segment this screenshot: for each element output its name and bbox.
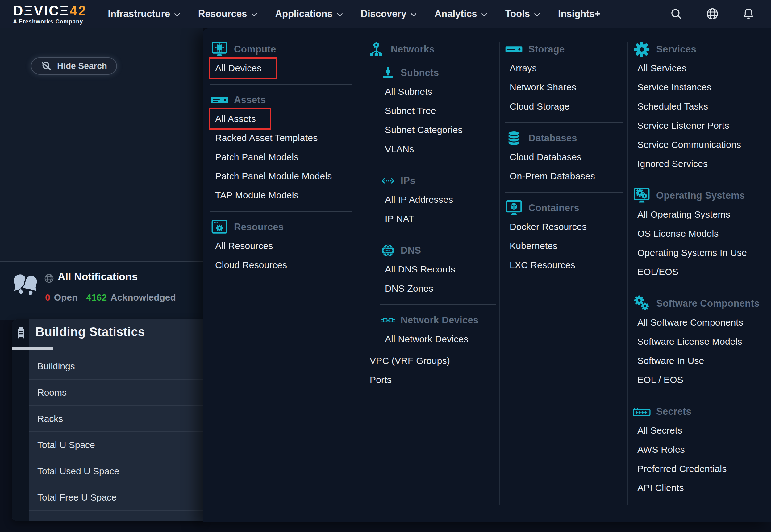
menu-item-on-prem-databases[interactable]: On-Prem Databases: [505, 167, 623, 186]
building-row-rooms[interactable]: Rooms: [29, 380, 203, 406]
notifications-title[interactable]: All Notifications: [58, 271, 138, 283]
resources-icon: [210, 218, 228, 236]
menu-item-all-secrets[interactable]: All Secrets: [633, 421, 765, 440]
menu-item-all-resources[interactable]: All Resources: [210, 236, 352, 256]
menu-section-title: Resources: [234, 222, 284, 233]
menu-item-service-instances[interactable]: Service Instances: [633, 78, 765, 97]
search-slash-icon: [41, 60, 52, 72]
logo-42: 42: [69, 3, 87, 19]
menu-item-patch-panel-module-models[interactable]: Patch Panel Module Models: [210, 167, 352, 186]
section-divider: [505, 122, 623, 123]
menu-item-api-clients[interactable]: API Clients: [633, 478, 765, 497]
section-divider: [505, 192, 623, 193]
networks-icon: [367, 41, 385, 58]
menu-section-title: Secrets: [656, 406, 691, 417]
software-components-icon: [633, 295, 651, 312]
building-row-total-u-space[interactable]: Total U Space: [29, 432, 203, 458]
menu-item-service-communications[interactable]: Service Communications: [633, 135, 765, 154]
nav-item-resources[interactable]: Resources: [198, 8, 257, 19]
menu-section-software-components: Software ComponentsAll Software Componen…: [633, 294, 765, 396]
title-underline: [12, 347, 53, 350]
menu-item-operating-systems-in-use[interactable]: Operating Systems In Use: [633, 243, 765, 262]
menu-section-title: Network Devices: [401, 315, 479, 326]
chevron-down-icon: [481, 13, 487, 17]
menu-section-header-resources: Resources: [210, 218, 352, 236]
menu-item-software-in-use[interactable]: Software In Use: [633, 351, 765, 370]
menu-item-docker-resources[interactable]: Docker Resources: [505, 217, 623, 236]
menu-section-title: IPs: [401, 175, 415, 186]
menu-item-all-network-devices[interactable]: All Network Devices: [380, 330, 496, 349]
menu-item-preferred-credentials[interactable]: Preferred Credentials: [633, 459, 765, 478]
menu-item-aws-roles[interactable]: AWS Roles: [633, 440, 765, 459]
building-row-total-free-u-space[interactable]: Total Free U Space: [29, 484, 203, 511]
hide-search-button[interactable]: Hide Search: [31, 57, 117, 75]
menu-item-racked-asset-templates[interactable]: Racked Asset Templates: [210, 128, 352, 148]
building-row-total-used-u-space[interactable]: Total Used U Space: [29, 458, 203, 484]
menu-item-all-devices[interactable]: All Devices: [209, 57, 277, 79]
menu-column-networks: NetworksSubnetsAll SubnetsSubnet TreeSub…: [367, 40, 496, 389]
globe-icon[interactable]: [706, 7, 719, 21]
building-row-racks[interactable]: Racks: [29, 406, 203, 432]
nav-item-insights[interactable]: Insights+: [558, 8, 600, 19]
menu-item-eol-eos[interactable]: EOL/EOS: [633, 262, 765, 281]
search-panel: Hide Search: [0, 28, 203, 261]
menu-item-scheduled-tasks[interactable]: Scheduled Tasks: [633, 97, 765, 116]
menu-item-tap-module-models[interactable]: TAP Module Models: [210, 186, 352, 205]
menu-section-network-devices: Network DevicesAll Network Devices: [367, 311, 496, 349]
device42-logo[interactable]: DΞVICΞ42 A Freshworks Company: [13, 4, 87, 24]
menu-item-software-license-models[interactable]: Software License Models: [633, 332, 765, 351]
menu-section-header-storage: Storage: [505, 40, 623, 59]
bell-icon[interactable]: [742, 7, 755, 20]
menu-item-ignored-services[interactable]: Ignored Services: [633, 154, 765, 173]
subnets-icon: [381, 66, 395, 80]
menu-item-vlans[interactable]: VLANs: [380, 139, 496, 159]
menu-item-arrays[interactable]: Arrays: [505, 59, 623, 78]
menu-item-ip-nat[interactable]: IP NAT: [380, 209, 496, 228]
secrets-icon: [633, 407, 651, 416]
menu-item-cloud-databases[interactable]: Cloud Databases: [505, 148, 623, 167]
menu-item-kubernetes[interactable]: Kubernetes: [505, 236, 623, 256]
network-devices-icon: [381, 317, 395, 324]
nav-item-infrastructure[interactable]: Infrastructure: [108, 8, 181, 19]
menu-item-all-assets[interactable]: All Assets: [209, 108, 271, 130]
nav-item-applications[interactable]: Applications: [275, 8, 343, 19]
menu-item-all-software-components[interactable]: All Software Components: [633, 313, 765, 332]
notifications-panel[interactable]: All Notifications 0 Open 4162 Acknowledg…: [0, 261, 203, 320]
nav-item-tools[interactable]: Tools: [505, 8, 540, 19]
menu-item-lxc-resources[interactable]: LXC Resources: [505, 256, 623, 275]
nav-item-discovery[interactable]: Discovery: [361, 8, 417, 19]
menu-item-eol-eos[interactable]: EOL / EOS: [633, 370, 765, 389]
menu-item-ports[interactable]: Ports: [367, 370, 496, 389]
menu-column-storage-databases-containers: StorageArraysNetwork SharesCloud Storage…: [505, 40, 623, 275]
globe-icon: [44, 273, 54, 284]
building-row-buildings[interactable]: Buildings: [29, 353, 203, 380]
menu-section-header-services: Services: [633, 40, 765, 59]
logo-subtitle: A Freshworks Company: [13, 19, 87, 24]
menu-item-all-ip-addresses[interactable]: All IP Addresses: [380, 190, 496, 209]
search-icon[interactable]: [670, 7, 683, 20]
databases-icon: [505, 130, 523, 146]
menu-section-compute: ComputeAll Devices: [210, 40, 352, 85]
menu-item-patch-panel-models[interactable]: Patch Panel Models: [210, 148, 352, 167]
menu-item-service-listener-ports[interactable]: Service Listener Ports: [633, 116, 765, 135]
menu-item-all-subnets[interactable]: All Subnets: [380, 82, 496, 101]
menu-item-cloud-storage[interactable]: Cloud Storage: [505, 97, 623, 116]
dns-icon: DNS: [381, 243, 395, 258]
nav-item-label: Applications: [275, 8, 333, 19]
menu-item-dns-zones[interactable]: DNS Zones: [380, 279, 496, 298]
menu-item-cloud-resources[interactable]: Cloud Resources: [210, 256, 352, 275]
menu-item-all-operating-systems[interactable]: All Operating Systems: [633, 205, 765, 224]
menu-section-ungrouped: VPC (VRF Groups)Ports: [367, 351, 496, 389]
menu-item-all-services[interactable]: All Services: [633, 59, 765, 78]
menu-item-network-shares[interactable]: Network Shares: [505, 78, 623, 97]
menu-item-subnet-categories[interactable]: Subnet Categories: [380, 120, 496, 139]
section-divider: [633, 180, 765, 180]
menu-section-header-secrets: Secrets: [633, 402, 765, 421]
menu-item-subnet-tree[interactable]: Subnet Tree: [380, 101, 496, 120]
menu-item-all-dns-records[interactable]: All DNS Records: [380, 260, 496, 279]
menu-item-os-license-models[interactable]: OS License Models: [633, 224, 765, 243]
menu-section-databases: DatabasesCloud DatabasesOn-Prem Database…: [505, 129, 623, 193]
menu-section-title: DNS: [401, 245, 421, 256]
menu-item-vpc-vrf-groups[interactable]: VPC (VRF Groups): [367, 351, 496, 370]
nav-item-analytics[interactable]: Analytics: [435, 8, 487, 19]
